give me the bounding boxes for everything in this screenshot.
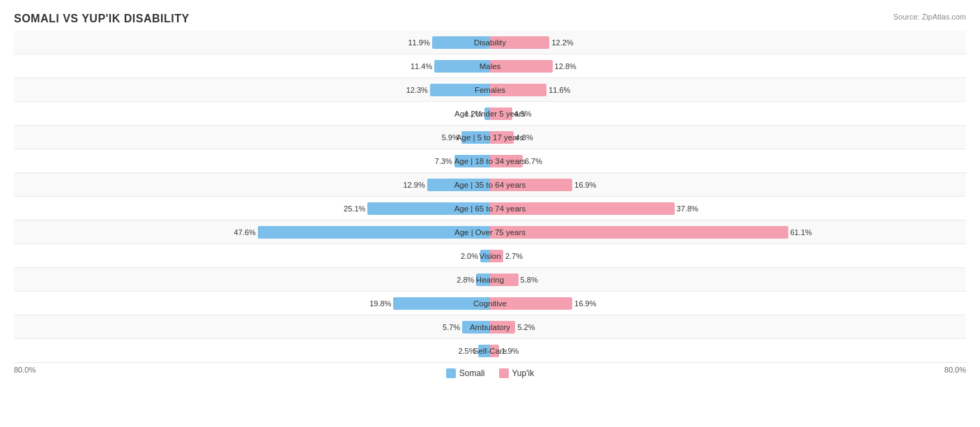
- value-left: 12.9%: [404, 181, 425, 189]
- row-label: Females: [475, 86, 505, 94]
- row-label: Self-Care: [473, 347, 507, 355]
- legend-yupik: Yup'ik: [499, 368, 535, 378]
- table-row: 2.0%Vision2.7%: [14, 244, 966, 268]
- row-label: Age | Under 5 years: [454, 110, 526, 118]
- right-section: 37.8%: [490, 197, 966, 220]
- right-section: 12.2%: [490, 31, 966, 54]
- yupik-swatch: [499, 368, 509, 378]
- value-right: 16.9%: [574, 181, 596, 189]
- value-right: 5.2%: [517, 323, 535, 331]
- value-left: 7.3%: [435, 157, 452, 165]
- value-right: 12.2%: [551, 38, 573, 47]
- table-row: 11.4%Males12.8%: [14, 54, 966, 78]
- table-row: 25.1%Age | 65 to 74 years37.8%: [14, 197, 966, 220]
- row-label: Disability: [474, 38, 506, 47]
- left-section: 12.9%: [14, 173, 490, 196]
- axis-labels: 80.0% Somali Yup'ik 80.0%: [14, 366, 966, 378]
- left-section: 2.0%: [14, 244, 490, 267]
- value-left: 12.3%: [406, 86, 428, 94]
- legend-somali: Somali: [446, 368, 485, 378]
- value-left: 2.0%: [461, 252, 478, 260]
- left-section: 47.6%: [14, 220, 490, 244]
- row-label: Age | 65 to 74 years: [454, 204, 526, 213]
- right-section: 61.1%: [490, 220, 966, 244]
- row-label: Ambulatory: [470, 323, 510, 331]
- table-row: 12.9%Age | 35 to 64 years16.9%: [14, 173, 966, 197]
- value-left: 2.8%: [457, 276, 474, 284]
- value-right: 6.7%: [525, 157, 542, 165]
- row-label: Age | 18 to 34 years: [454, 157, 526, 165]
- right-section: 5.8%: [490, 268, 966, 291]
- value-right: 37.8%: [677, 204, 698, 213]
- value-right: 12.8%: [555, 62, 576, 70]
- axis-left: 80.0%: [14, 366, 36, 378]
- chart-rows: 11.9%Disability12.2%11.4%Males12.8%12.3%…: [14, 31, 966, 363]
- value-left: 5.7%: [443, 323, 460, 331]
- table-row: 1.2%Age | Under 5 years4.5%: [14, 102, 966, 126]
- right-section: 4.5%: [490, 102, 966, 125]
- left-section: 1.2%: [14, 102, 490, 125]
- right-section: 4.8%: [490, 126, 966, 149]
- row-label: Males: [480, 62, 501, 70]
- somali-swatch: [446, 368, 456, 378]
- somali-label: Somali: [459, 368, 485, 378]
- table-row: 7.3%Age | 18 to 34 years6.7%: [14, 149, 966, 173]
- chart-title: SOMALI VS YUP'IK DISABILITY: [14, 13, 966, 25]
- left-section: 2.5%: [14, 339, 490, 362]
- left-section: 5.7%: [14, 315, 490, 338]
- table-row: 2.8%Hearing5.8%: [14, 268, 966, 292]
- table-row: 12.3%Females11.6%: [14, 78, 966, 102]
- left-section: 25.1%: [14, 197, 490, 220]
- row-label: Vision: [479, 252, 500, 260]
- value-right: 11.6%: [549, 86, 570, 94]
- value-left: 11.9%: [408, 38, 430, 47]
- right-section: 5.2%: [490, 315, 966, 338]
- right-section: 16.9%: [490, 292, 966, 315]
- chart-container: SOMALI VS YUP'IK DISABILITY Source: ZipA…: [0, 0, 980, 427]
- right-section: 16.9%: [490, 173, 966, 196]
- right-section: 6.7%: [490, 149, 966, 172]
- left-section: 5.9%: [14, 126, 490, 149]
- table-row: 5.7%Ambulatory5.2%: [14, 315, 966, 339]
- legend: Somali Yup'ik: [446, 368, 534, 378]
- value-left: 47.6%: [234, 228, 256, 237]
- yupik-label: Yup'ik: [512, 368, 535, 378]
- row-label: Age | Over 75 years: [454, 228, 526, 237]
- left-section: 19.8%: [14, 292, 490, 315]
- table-row: 2.5%Self-Care1.9%: [14, 339, 966, 363]
- source-label: Source: ZipAtlas.com: [893, 13, 966, 21]
- table-row: 47.6%Age | Over 75 years61.1%: [14, 220, 966, 244]
- value-right: 2.7%: [505, 252, 523, 260]
- right-section: 2.7%: [490, 244, 966, 267]
- chart-area: 11.9%Disability12.2%11.4%Males12.8%12.3%…: [14, 31, 966, 375]
- left-section: 7.3%: [14, 149, 490, 172]
- right-section: 12.8%: [490, 54, 966, 77]
- row-label: Age | 5 to 17 years: [457, 133, 523, 142]
- value-left: 25.1%: [344, 204, 365, 213]
- row-label: Age | 35 to 64 years: [454, 181, 526, 189]
- bar-yupik: [490, 226, 788, 239]
- row-label: Hearing: [476, 276, 504, 284]
- table-row: 5.9%Age | 5 to 17 years4.8%: [14, 126, 966, 149]
- right-section: 11.6%: [490, 78, 966, 101]
- left-section: 12.3%: [14, 78, 490, 101]
- table-row: 11.9%Disability12.2%: [14, 31, 966, 54]
- left-section: 11.9%: [14, 31, 490, 54]
- row-label: Cognitive: [473, 299, 507, 308]
- axis-right: 80.0%: [944, 366, 966, 378]
- table-row: 19.8%Cognitive16.9%: [14, 292, 966, 315]
- value-left: 11.4%: [411, 62, 432, 70]
- left-section: 11.4%: [14, 54, 490, 77]
- value-right: 16.9%: [574, 299, 596, 308]
- value-left: 19.8%: [369, 299, 391, 308]
- left-section: 2.8%: [14, 268, 490, 291]
- value-right: 61.1%: [790, 228, 812, 237]
- value-right: 5.8%: [521, 276, 538, 284]
- right-section: 1.9%: [490, 339, 966, 362]
